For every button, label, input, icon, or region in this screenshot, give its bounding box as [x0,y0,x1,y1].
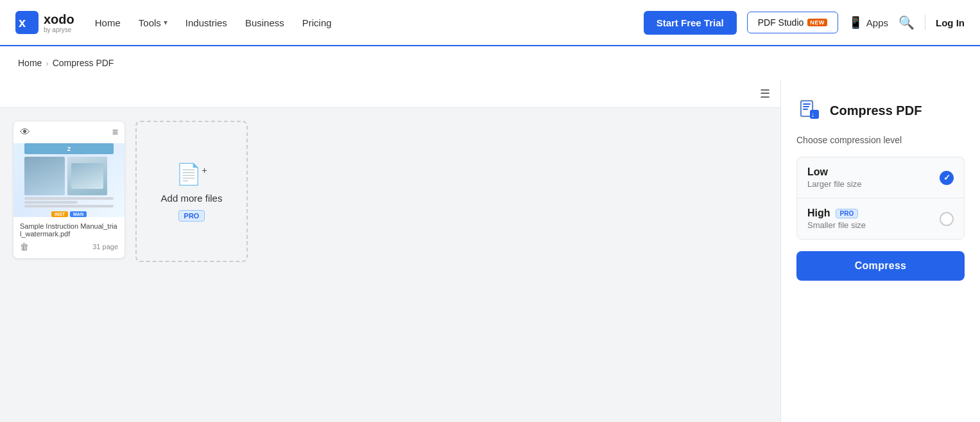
navbar: x xodo by apryse Home Tools ▾ Industries… [0,0,980,46]
right-panel-header: ↓ Compress PDF [796,98,965,123]
file-card-bottom: 🗑 31 page [13,239,125,258]
nav-pricing[interactable]: Pricing [302,17,332,28]
svg-text:↓: ↓ [811,110,815,118]
file-thumbnail: Z INST [13,143,125,217]
option-low-name: Low [807,166,862,178]
main-layout: ☰ 👁 ≡ Z [0,80,980,422]
logo-name: xodo [44,12,74,26]
option-high-info: High PRO Smaller file size [807,207,866,230]
breadcrumb: Home › Compress PDF [0,46,980,80]
apps-label: Apps [866,17,888,28]
compression-option-high[interactable]: High PRO Smaller file size [796,198,965,240]
files-area: 👁 ≡ Z [0,108,780,422]
add-more-files-card[interactable]: 📄+ Add more files PRO [135,121,248,262]
compression-subtitle: Choose compression level [796,135,965,145]
nav-divider [925,15,925,30]
breadcrumb-home[interactable]: Home [18,58,42,68]
menu-icon[interactable]: ≡ [112,127,118,138]
option-high-radio[interactable] [940,212,954,226]
compress-button[interactable]: Compress [796,251,965,281]
file-name: Sample Instruction Manual_trial_watermar… [13,217,125,239]
nav-apps[interactable]: 📱 Apps [848,15,888,30]
compress-pdf-icon: ↓ [796,98,822,123]
nav-right: Start Free Trial PDF Studio NEW 📱 Apps 🔍… [644,11,965,35]
toolbar: ☰ [0,80,780,108]
pdf-studio-label: PDF Studio [758,17,804,28]
logo-sub: by apryse [44,26,74,33]
option-high-desc: Smaller file size [807,220,866,230]
nav-home[interactable]: Home [95,17,121,28]
option-high-pro-badge: PRO [836,209,859,218]
eye-icon[interactable]: 👁 [20,127,30,138]
nav-industries[interactable]: Industries [185,17,227,28]
compression-options: Low Larger file size High PRO Smaller fi… [796,157,965,240]
svg-text:x: x [19,15,26,30]
new-badge: NEW [807,19,827,26]
file-card: 👁 ≡ Z [13,121,125,259]
mobile-icon: 📱 [848,15,863,30]
add-file-icon: 📄+ [176,162,207,186]
login-button[interactable]: Log In [936,17,965,28]
pdf-studio-button[interactable]: PDF Studio NEW [747,12,838,33]
nav-tools[interactable]: Tools ▾ [139,17,168,28]
nav-business[interactable]: Business [245,17,284,28]
left-panel: ☰ 👁 ≡ Z [0,80,781,422]
option-low-info: Low Larger file size [807,166,862,189]
breadcrumb-separator: › [46,58,48,68]
delete-icon[interactable]: 🗑 [20,242,29,252]
right-panel-title: Compress PDF [830,103,922,118]
nav-links: Home Tools ▾ Industries Business Pricing [95,17,644,28]
search-icon[interactable]: 🔍 [898,15,915,30]
option-low-radio[interactable] [940,171,954,185]
add-more-label: Add more files [161,193,223,204]
tools-chevron-icon: ▾ [164,18,168,27]
compression-option-low[interactable]: Low Larger file size [796,157,965,198]
add-more-pro-badge: PRO [178,210,205,222]
right-panel: ↓ Compress PDF Choose compression level … [781,80,980,422]
svg-rect-6 [803,109,808,110]
svg-rect-4 [803,103,811,105]
svg-rect-5 [803,106,809,107]
list-view-icon[interactable]: ☰ [760,87,770,101]
start-trial-button[interactable]: Start Free Trial [644,11,737,35]
breadcrumb-current: Compress PDF [53,58,114,68]
option-low-desc: Larger file size [807,179,862,189]
logo[interactable]: x xodo by apryse [15,11,74,34]
option-high-name: High [807,207,830,219]
file-pages: 31 page [92,243,118,251]
file-card-top: 👁 ≡ [13,121,125,143]
